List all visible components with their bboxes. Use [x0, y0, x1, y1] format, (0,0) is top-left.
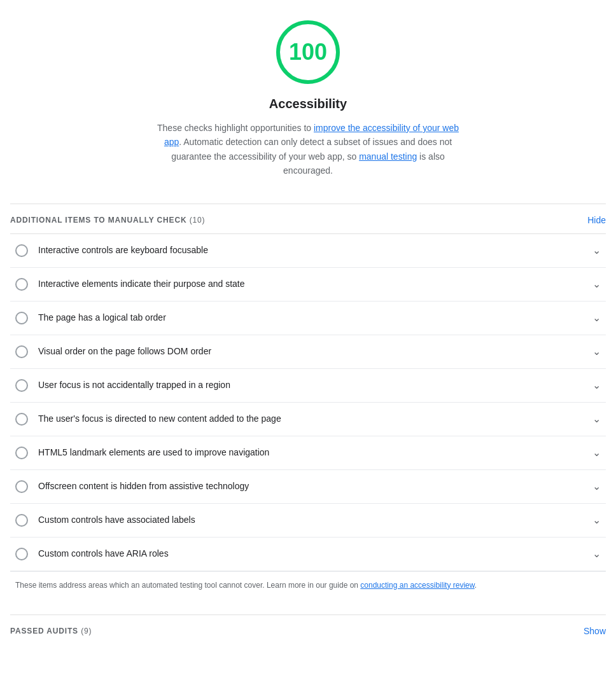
manual-check-section-header: ADDITIONAL ITEMS TO MANUALLY CHECK (10) … [10, 204, 606, 233]
accessibility-review-link[interactable]: conducting an accessibility review [360, 581, 474, 590]
audit-icon-8 [15, 480, 28, 493]
manual-check-footer-note: These items address areas which an autom… [10, 571, 606, 599]
passed-show-button[interactable]: Show [584, 626, 606, 636]
audit-item-10[interactable]: Custom controls have ARIA roles ⌄ [10, 538, 606, 571]
chevron-down-icon-4: ⌄ [592, 344, 601, 359]
audit-list: Interactive controls are keyboard focusa… [10, 233, 606, 571]
chevron-down-icon-6: ⌄ [592, 412, 601, 427]
audit-icon-10 [15, 548, 28, 560]
audit-item-4[interactable]: Visual order on the page follows DOM ord… [10, 335, 606, 369]
manual-check-label-text: ADDITIONAL ITEMS TO MANUALLY CHECK [10, 216, 186, 225]
audit-item-9[interactable]: Custom controls have associated labels ⌄ [10, 504, 606, 538]
score-title: Accessibility [269, 94, 347, 113]
audit-icon-3 [15, 312, 28, 324]
audit-label-6: The user's focus is directed to new cont… [38, 412, 587, 426]
manual-check-count: (10) [190, 216, 206, 225]
audit-item-3[interactable]: The page has a logical tab order ⌄ [10, 302, 606, 335]
passed-audits-title: PASSED AUDITS (9) [10, 625, 92, 637]
audit-label-8: Offscreen content is hidden from assisti… [38, 480, 587, 493]
chevron-down-icon-10: ⌄ [592, 546, 601, 562]
audit-icon-4 [15, 345, 28, 358]
audit-label-10: Custom controls have ARIA roles [38, 547, 587, 560]
page-wrapper: 100 Accessibility These checks highlight… [0, 0, 616, 673]
audit-icon-6 [15, 413, 28, 426]
passed-audits-label: PASSED AUDITS [10, 627, 78, 635]
score-section: 100 Accessibility These checks highlight… [10, 20, 606, 178]
chevron-down-icon-2: ⌄ [592, 277, 601, 292]
passed-audits-section: PASSED AUDITS (9) Show [10, 614, 606, 647]
footer-note-before-link: These items address areas which an autom… [15, 581, 360, 590]
audit-item-8[interactable]: Offscreen content is hidden from assisti… [10, 470, 606, 504]
hide-button[interactable]: Hide [587, 215, 606, 225]
audit-label-1: Interactive controls are keyboard focusa… [38, 244, 587, 257]
description-before-link1: These checks highlight opportunities to [157, 123, 314, 133]
footer-note-after-link: . [475, 581, 477, 590]
audit-icon-5 [15, 379, 28, 392]
audit-label-7: HTML5 landmark elements are used to impr… [38, 446, 587, 459]
audit-icon-7 [15, 447, 28, 459]
manual-testing-link[interactable]: manual testing [359, 151, 417, 162]
chevron-down-icon-8: ⌄ [592, 479, 601, 494]
chevron-down-icon-7: ⌄ [592, 445, 601, 461]
passed-audits-header: PASSED AUDITS (9) Show [10, 614, 606, 647]
score-value: 100 [289, 35, 327, 69]
audit-item-2[interactable]: Interactive elements indicate their purp… [10, 268, 606, 302]
audit-item-6[interactable]: The user's focus is directed to new cont… [10, 403, 606, 436]
score-circle: 100 [276, 20, 340, 84]
passed-audits-count: (9) [81, 627, 92, 635]
audit-icon-2 [15, 278, 28, 291]
score-description: These checks highlight opportunities to … [149, 121, 467, 178]
chevron-down-icon-1: ⌄ [592, 243, 601, 258]
manual-check-section-label: ADDITIONAL ITEMS TO MANUALLY CHECK (10) [10, 214, 205, 226]
audit-item-7[interactable]: HTML5 landmark elements are used to impr… [10, 436, 606, 470]
audit-label-3: The page has a logical tab order [38, 311, 587, 324]
audit-label-9: Custom controls have associated labels [38, 513, 587, 527]
audit-label-5: User focus is not accidentally trapped i… [38, 378, 587, 392]
chevron-down-icon-3: ⌄ [592, 310, 601, 326]
audit-label-4: Visual order on the page follows DOM ord… [38, 345, 587, 358]
spacer-1 [10, 647, 606, 667]
audit-label-2: Interactive elements indicate their purp… [38, 277, 587, 291]
chevron-down-icon-5: ⌄ [592, 378, 601, 393]
audit-item-5[interactable]: User focus is not accidentally trapped i… [10, 369, 606, 403]
audit-icon-9 [15, 514, 28, 527]
audit-item-1[interactable]: Interactive controls are keyboard focusa… [10, 234, 606, 268]
audit-icon-1 [15, 244, 28, 257]
chevron-down-icon-9: ⌄ [592, 513, 601, 528]
